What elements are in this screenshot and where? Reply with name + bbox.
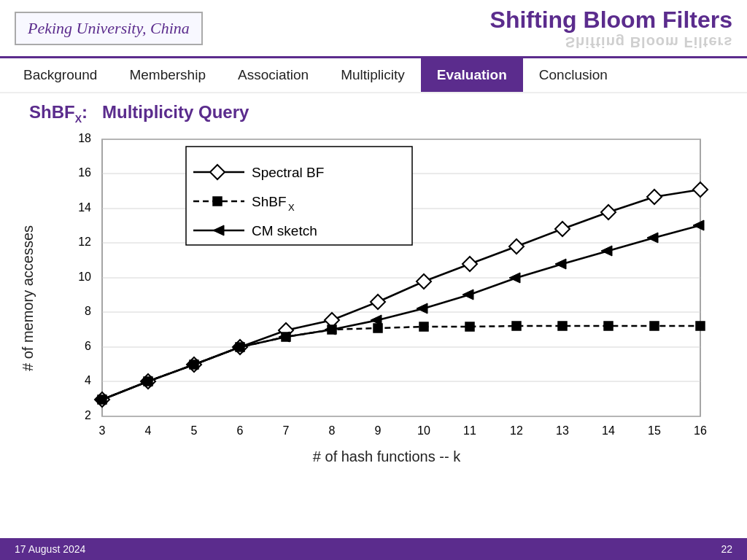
svg-text:2: 2 — [85, 409, 91, 421]
svg-text:15: 15 — [648, 424, 661, 437]
page-title-section: ShBFX: Multiplicity Query — [0, 93, 747, 129]
legend-cm-label: CM sketch — [252, 223, 317, 238]
shbfx-marker — [558, 322, 567, 330]
svg-text:8: 8 — [85, 305, 91, 317]
footer-page: 22 — [721, 543, 732, 555]
nav-item-conclusion[interactable]: Conclusion — [523, 58, 624, 92]
svg-text:7: 7 — [283, 424, 290, 437]
shbfx-marker — [465, 322, 474, 331]
chart-svg: 2 4 6 8 10 12 14 16 18 3 4 5 6 7 8 — [41, 132, 732, 446]
svg-text:16: 16 — [78, 166, 91, 179]
svg-text:16: 16 — [694, 424, 707, 437]
main-title: Shifting Bloom Filters — [490, 7, 732, 34]
nav-item-evaluation[interactable]: Evaluation — [421, 58, 523, 92]
shbfx-marker — [650, 322, 659, 330]
legend-spectral-label: Spectral BF — [252, 165, 324, 180]
shbfx-marker — [696, 322, 705, 330]
title-box: Shifting Bloom Filters Shifting Bloom Fi… — [490, 7, 732, 50]
chart-container: # of memory accesses 2 4 6 8 10 12 14 — [0, 129, 747, 508]
footer: 17 August 2024 22 — [0, 538, 747, 560]
svg-text:10: 10 — [78, 271, 91, 283]
svg-text:3: 3 — [99, 424, 106, 437]
svg-text:18: 18 — [78, 132, 91, 144]
shbfx-marker — [604, 322, 613, 330]
legend-shbfx-marker — [213, 197, 222, 206]
subtitle-sub: X — [75, 113, 82, 125]
nav-item-multiplicity[interactable]: Multiplicity — [325, 58, 421, 92]
svg-text:13: 13 — [556, 424, 569, 437]
shbfx-marker — [419, 322, 428, 331]
x-axis-label: # of hash functions -- k — [41, 446, 732, 467]
svg-text:8: 8 — [329, 424, 336, 437]
svg-text:12: 12 — [78, 236, 91, 248]
svg-text:4: 4 — [145, 424, 152, 437]
logo: Peking University, China — [15, 12, 203, 45]
header: Peking University, China Shifting Bloom … — [0, 0, 747, 58]
svg-text:6: 6 — [85, 340, 91, 352]
page-subtitle: ShBFX: Multiplicity Query — [29, 102, 718, 125]
nav-item-background[interactable]: Background — [7, 58, 113, 92]
chart-inner: 2 4 6 8 10 12 14 16 18 3 4 5 6 7 8 — [41, 132, 732, 508]
shbfx-marker — [512, 322, 521, 330]
svg-text:14: 14 — [78, 201, 91, 214]
svg-text:14: 14 — [602, 424, 615, 437]
mirror-title: Shifting Bloom Filters — [490, 34, 732, 50]
nav-item-membership[interactable]: Membership — [113, 58, 222, 92]
svg-text:5: 5 — [191, 424, 198, 437]
logo-text: Peking University, China — [28, 19, 190, 37]
footer-date: 17 August 2024 — [15, 543, 85, 555]
y-axis-label: # of memory accesses — [15, 132, 41, 464]
svg-text:9: 9 — [375, 424, 382, 437]
svg-text:12: 12 — [510, 424, 523, 437]
legend-shbfx-label: ShBF — [252, 194, 287, 209]
navigation: BackgroundMembershipAssociationMultiplic… — [0, 58, 747, 93]
subtitle-prefix: ShBF — [29, 102, 75, 122]
subtitle-suffix: : Multiplicity Query — [82, 102, 249, 122]
svg-text:6: 6 — [237, 424, 244, 437]
nav-item-association[interactable]: Association — [222, 58, 325, 92]
svg-text:10: 10 — [417, 424, 430, 437]
legend-shbfx-sub: X — [288, 202, 295, 213]
svg-text:11: 11 — [463, 424, 476, 437]
svg-text:4: 4 — [85, 374, 91, 386]
